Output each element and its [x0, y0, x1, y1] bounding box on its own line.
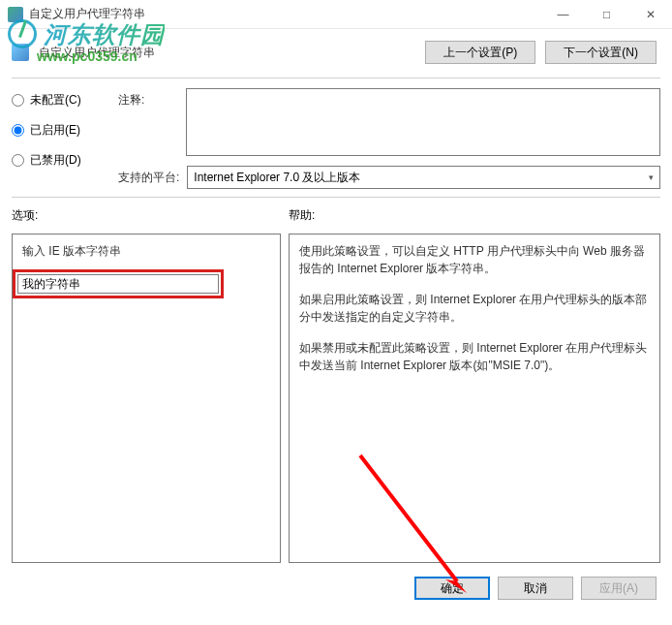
- help-paragraph-2: 如果启用此策略设置，则 Internet Explorer 在用户代理标头的版本…: [299, 291, 650, 326]
- radio-not-configured-input[interactable]: [12, 94, 24, 107]
- radio-enabled-label: 已启用(E): [30, 122, 80, 139]
- close-button[interactable]: ✕: [628, 0, 672, 29]
- radio-enabled[interactable]: 已启用(E): [12, 122, 101, 139]
- app-icon: [8, 7, 23, 22]
- next-setting-button[interactable]: 下一个设置(N): [545, 41, 657, 64]
- fields-column: 注释: 支持的平台: Internet Explorer 7.0 及以上版本 ▾: [118, 88, 660, 189]
- section-labels: 选项: 帮助:: [0, 198, 672, 228]
- help-panel: 使用此策略设置，可以自定义 HTTP 用户代理标头中向 Web 服务器报告的 I…: [289, 234, 660, 563]
- policy-icon: [12, 44, 29, 61]
- comment-textarea[interactable]: [186, 88, 660, 156]
- previous-setting-button[interactable]: 上一个设置(P): [425, 41, 535, 64]
- cancel-button[interactable]: 取消: [498, 577, 573, 600]
- minimize-button[interactable]: —: [541, 0, 585, 29]
- platform-dropdown[interactable]: Internet Explorer 7.0 及以上版本 ▾: [187, 166, 660, 189]
- help-paragraph-1: 使用此策略设置，可以自定义 HTTP 用户代理标头中向 Web 服务器报告的 I…: [299, 242, 650, 277]
- platform-label: 支持的平台:: [118, 166, 179, 186]
- radio-disabled-input[interactable]: [12, 154, 24, 167]
- platform-value: Internet Explorer 7.0 及以上版本: [194, 170, 360, 186]
- help-paragraph-3: 如果禁用或未配置此策略设置，则 Internet Explorer 在用户代理标…: [299, 339, 650, 374]
- radio-group: 未配置(C) 已启用(E) 已禁用(D): [12, 88, 101, 189]
- config-area: 未配置(C) 已启用(E) 已禁用(D) 注释: 支持的平台: Internet…: [0, 78, 672, 197]
- maximize-button[interactable]: □: [585, 0, 628, 29]
- chevron-down-icon: ▾: [649, 172, 654, 182]
- window-title: 自定义用户代理字符串: [29, 6, 541, 22]
- titlebar: 自定义用户代理字符串 — □ ✕: [0, 0, 672, 29]
- radio-not-configured[interactable]: 未配置(C): [12, 92, 101, 109]
- help-heading: 帮助:: [289, 207, 315, 224]
- comment-row: 注释:: [118, 88, 660, 156]
- header-row: 自定义用户代理字符串 上一个设置(P) 下一个设置(N): [0, 29, 672, 78]
- options-heading: 选项:: [12, 207, 289, 224]
- ok-button[interactable]: 确定: [414, 577, 490, 600]
- dialog-buttons: 确定 取消 应用(A): [0, 571, 672, 611]
- panels-row: 输入 IE 版本字符串 使用此策略设置，可以自定义 HTTP 用户代理标头中向 …: [0, 228, 672, 571]
- comment-label: 注释:: [118, 88, 178, 109]
- radio-not-configured-label: 未配置(C): [30, 92, 81, 109]
- radio-disabled[interactable]: 已禁用(D): [12, 152, 101, 169]
- radio-disabled-label: 已禁用(D): [30, 152, 81, 169]
- ie-version-label: 输入 IE 版本字符串: [22, 242, 270, 260]
- apply-button[interactable]: 应用(A): [581, 577, 657, 600]
- radio-enabled-input[interactable]: [12, 124, 24, 137]
- ie-version-input[interactable]: [17, 274, 219, 294]
- highlighted-input-wrapper: [13, 269, 224, 298]
- policy-title: 自定义用户代理字符串: [39, 45, 415, 61]
- platform-row: 支持的平台: Internet Explorer 7.0 及以上版本 ▾: [118, 166, 660, 189]
- options-panel: 输入 IE 版本字符串: [12, 234, 281, 563]
